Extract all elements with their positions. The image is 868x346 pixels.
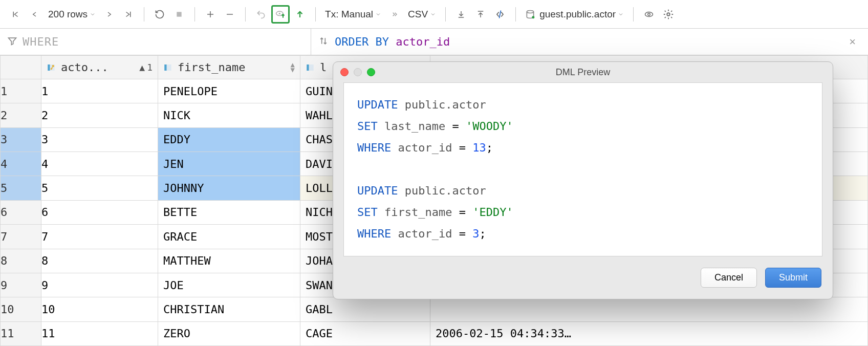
column-icon — [306, 63, 315, 72]
svg-rect-12 — [167, 64, 171, 71]
chevron-down-icon — [90, 11, 96, 17]
cell-actor-id[interactable]: 8 — [41, 249, 158, 273]
table-row[interactable]: 1010CHRISTIANGABL — [1, 297, 868, 321]
export-down-button[interactable] — [452, 5, 470, 24]
revert-button[interactable] — [252, 5, 270, 24]
submit-button[interactable]: Submit — [765, 268, 821, 288]
dml-preview-dialog: DML Preview UPDATE public.actor SET last… — [333, 61, 833, 299]
sql-where-2: WHERE actor_id = 3; — [357, 223, 809, 245]
orderby-keyword: ORDER BY — [335, 35, 389, 48]
cell-last-name[interactable]: CAGE — [300, 321, 430, 345]
orderby-filter[interactable]: ORDER BY actor_id × — [311, 29, 868, 55]
column-name: l — [320, 61, 327, 74]
cell-actor-id[interactable]: 4 — [41, 152, 158, 176]
cell-first-name[interactable]: JEN — [158, 152, 300, 176]
settings-button[interactable] — [659, 5, 678, 24]
svg-point-4 — [532, 16, 535, 18]
add-row-button[interactable] — [201, 5, 220, 24]
svg-rect-14 — [309, 64, 314, 71]
divider — [515, 7, 516, 21]
cell-actor-id[interactable]: 6 — [41, 200, 158, 224]
row-number: 11 — [1, 321, 41, 345]
cell-last-name[interactable]: GABL — [300, 297, 430, 321]
first-page-button[interactable] — [6, 5, 25, 24]
column-header-first-name[interactable]: first_name ▲▼ — [158, 56, 300, 79]
sort-asc-icon: ▲ 1 — [139, 62, 153, 73]
cell-actor-id[interactable]: 1 — [41, 79, 158, 103]
svg-point-6 — [648, 13, 650, 15]
row-number: 8 — [1, 249, 41, 273]
tx-mode-label: Tx: Manual — [325, 9, 373, 20]
cancel-button[interactable]: Cancel — [701, 268, 757, 288]
svg-rect-13 — [307, 64, 309, 71]
cell-actor-id[interactable]: 7 — [41, 225, 158, 249]
cell-first-name[interactable]: CHRISTIAN — [158, 297, 300, 321]
cell-first-name[interactable]: BETTE — [158, 200, 300, 224]
sql-set-1: SET last_name = 'WOODY' — [357, 116, 809, 137]
chevron-down-icon — [375, 11, 381, 17]
stop-button[interactable] — [170, 5, 188, 24]
import-up-button[interactable] — [471, 5, 490, 24]
cell-actor-id[interactable]: 5 — [41, 176, 158, 200]
dialog-titlebar[interactable]: DML Preview — [333, 62, 833, 82]
rownum-header — [1, 56, 41, 79]
last-page-button[interactable] — [119, 5, 138, 24]
close-icon[interactable]: × — [844, 35, 861, 49]
cell-actor-id[interactable]: 3 — [41, 127, 158, 152]
column-icon — [163, 63, 172, 72]
row-number: 2 — [1, 103, 41, 127]
more-button[interactable] — [385, 5, 404, 24]
submit-button-icon[interactable] — [291, 5, 309, 24]
dialog-title: DML Preview — [333, 67, 833, 78]
rows-label: 200 rows — [48, 9, 88, 20]
divider — [194, 7, 195, 21]
svg-point-3 — [527, 10, 534, 13]
svg-rect-8 — [48, 64, 50, 71]
chevron-down-icon — [618, 11, 624, 17]
next-page-button[interactable] — [100, 5, 118, 24]
tx-mode-dropdown[interactable]: Tx: Manual — [322, 5, 384, 24]
rows-dropdown[interactable]: 200 rows — [45, 5, 99, 24]
row-number: 9 — [1, 273, 41, 297]
row-number: 3 — [1, 127, 41, 152]
view-button[interactable] — [640, 5, 658, 24]
column-name: acto... — [61, 61, 108, 74]
where-filter[interactable]: WHERE — [0, 29, 311, 55]
sort-icon — [318, 36, 329, 48]
cell-first-name[interactable]: PENELOPE — [158, 79, 300, 103]
sql-update-stmt-2: UPDATE public.actor — [357, 180, 809, 202]
remove-row-button[interactable] — [221, 5, 239, 24]
cell-first-name[interactable]: EDDY — [158, 127, 300, 152]
dialog-footer: Cancel Submit — [333, 264, 833, 299]
sql-update-stmt-1: UPDATE public.actor — [357, 94, 809, 116]
table-row[interactable]: 1111ZEROCAGE2006-02-15 04:34:33… — [1, 321, 868, 345]
database-icon — [525, 9, 535, 19]
cell-first-name[interactable]: JOE — [158, 273, 300, 297]
chevron-down-icon — [430, 11, 436, 17]
cell-first-name[interactable]: GRACE — [158, 225, 300, 249]
sort-index: 1 — [147, 62, 153, 73]
svg-point-7 — [667, 13, 670, 16]
cell-last-update[interactable]: 2006-02-15 04:34:33… — [430, 321, 868, 345]
datasource-dropdown[interactable]: guest.public.actor — [522, 5, 627, 24]
column-header-actor-id[interactable]: acto... ▲ 1 — [41, 56, 158, 79]
cell-first-name[interactable]: JOHNNY — [158, 176, 300, 200]
svg-rect-11 — [164, 64, 167, 71]
cell-actor-id[interactable]: 2 — [41, 103, 158, 127]
cell-actor-id[interactable]: 10 — [41, 297, 158, 321]
export-format-dropdown[interactable]: CSV — [405, 5, 439, 24]
prev-page-button[interactable] — [26, 5, 44, 24]
cell-first-name[interactable]: ZERO — [158, 321, 300, 345]
reload-button[interactable] — [150, 5, 169, 24]
cell-first-name[interactable]: NICK — [158, 103, 300, 127]
where-label: WHERE — [23, 35, 59, 48]
cell-actor-id[interactable]: 9 — [41, 273, 158, 297]
cell-actor-id[interactable]: 11 — [41, 321, 158, 345]
preview-pending-button[interactable] — [271, 5, 290, 24]
divider — [245, 7, 246, 21]
compare-button[interactable] — [491, 5, 509, 24]
cell-first-name[interactable]: MATTHEW — [158, 249, 300, 273]
cell-last-update[interactable] — [430, 297, 868, 321]
row-number: 10 — [1, 297, 41, 321]
column-name: first_name — [178, 61, 245, 74]
